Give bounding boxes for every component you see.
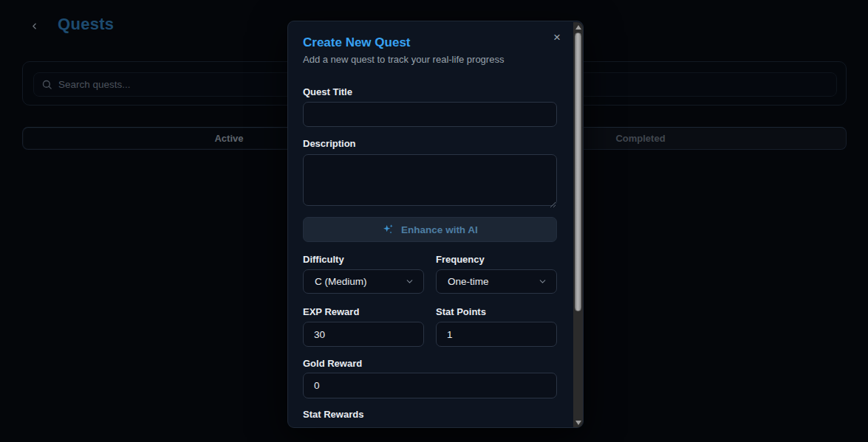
chevron-down-icon <box>405 277 414 286</box>
scrollbar-thumb[interactable] <box>575 32 581 311</box>
frequency-select[interactable]: One-time <box>436 269 557 294</box>
modal-scrollbar[interactable] <box>573 22 583 427</box>
dialog-title: Create New Quest <box>303 35 411 50</box>
chevron-down-icon <box>538 277 547 286</box>
difficulty-select[interactable]: C (Medium) <box>303 269 424 294</box>
description-label: Description <box>303 138 356 149</box>
gold-reward-input[interactable] <box>303 373 557 398</box>
stat-points-input[interactable] <box>436 322 557 347</box>
close-button[interactable]: × <box>549 30 565 46</box>
exp-reward-input[interactable] <box>303 322 424 347</box>
quest-title-input[interactable] <box>303 102 557 127</box>
back-button[interactable] <box>27 18 41 33</box>
scroll-down-button[interactable] <box>573 418 583 427</box>
sparkles-icon <box>382 224 394 235</box>
stat-rewards-label: Stat Rewards <box>303 409 363 420</box>
difficulty-label: Difficulty <box>303 254 344 265</box>
triangle-up-icon <box>575 25 581 30</box>
screen: Quests Active Completed Create New Quest… <box>0 0 868 442</box>
stat-points-label: Stat Points <box>436 306 486 317</box>
exp-reward-label: EXP Reward <box>303 306 359 317</box>
enhance-with-ai-button[interactable]: Enhance with AI <box>303 217 557 242</box>
difficulty-value: C (Medium) <box>315 276 405 287</box>
triangle-down-icon <box>575 421 581 425</box>
description-textarea[interactable] <box>303 154 557 206</box>
frequency-value: One-time <box>448 276 538 287</box>
create-quest-dialog: Create New Quest Add a new quest to trac… <box>287 21 584 428</box>
gold-reward-label: Gold Reward <box>303 358 362 369</box>
chevron-left-icon <box>30 21 39 31</box>
dialog-subtitle: Add a new quest to track your real-life … <box>303 54 504 65</box>
frequency-label: Frequency <box>436 254 485 265</box>
enhance-with-ai-label: Enhance with AI <box>401 224 478 235</box>
quest-title-label: Quest Title <box>303 86 352 97</box>
search-icon <box>41 79 58 90</box>
page-title: Quests <box>58 15 114 34</box>
scroll-up-button[interactable] <box>573 22 583 32</box>
